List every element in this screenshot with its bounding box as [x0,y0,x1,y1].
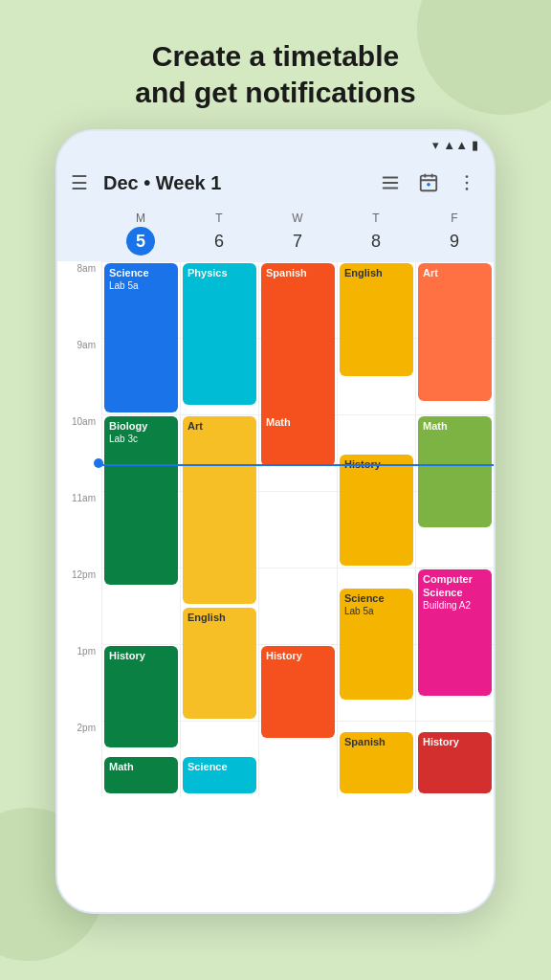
event-label: Science [109,267,173,280]
hline-mon-0 [102,261,180,262]
more-button[interactable] [453,169,480,196]
event-label: Math [423,420,487,434]
event-history-mon[interactable]: History [104,646,178,747]
svg-point-10 [466,188,469,190]
day-num-mon[interactable]: 5 [126,227,155,256]
hline-wed-5 [259,644,337,645]
event-label: Math [266,416,330,430]
hline-tue-6 [181,721,258,722]
event-science-thu[interactable]: Science Lab 5a [340,589,413,700]
day-letter-thu: T [372,212,379,225]
svg-rect-1 [383,182,399,184]
calendar-body: 8am 9am 10am 11am 12pm 1pm 2pm [57,261,494,912]
week-title: Dec • Week 1 [103,172,367,194]
event-biology-mon[interactable]: Biology Lab 3c [104,416,178,585]
event-label: English [187,612,252,625]
toolbar-icon [380,172,401,193]
event-label: Math [109,761,173,774]
hline-fri-6 [416,721,494,722]
time-labels: 8am 9am 10am 11am 12pm 1pm 2pm [57,261,101,797]
day-letter-fri: F [451,212,457,225]
headline-line2: and get notifications [135,77,415,108]
svg-point-7 [427,183,430,187]
event-art-tue[interactable]: Art [183,416,256,604]
event-label: Computer Science [423,573,487,600]
more-icon [456,172,477,193]
event-history-wed[interactable]: History [261,646,335,738]
hline-mon-5 [102,644,180,645]
current-time-line [96,464,494,466]
phone-mockup: ▾ ▲▲ ▮ ☰ Dec • Week 1 M 5 T 6 [55,129,496,914]
hline-fri-4 [416,568,494,568]
battery-icon: ▮ [472,138,478,152]
day-num-thu[interactable]: 8 [362,227,390,256]
signal-icon: ▲▲ [443,138,468,152]
hline-thu-4 [338,568,415,568]
col-tuesday: Physics Art English Science [180,261,258,797]
day-num-fri[interactable]: 9 [440,227,469,256]
hline-thu-0 [338,261,415,262]
hline-tue-0 [181,261,258,262]
svg-rect-0 [383,177,399,179]
event-cs-fri[interactable]: Computer Science Building A2 [418,569,492,696]
time-8am: 8am [57,261,101,338]
status-bar: ▾ ▲▲ ▮ [57,131,494,158]
event-label: Spanish [344,736,408,749]
hline-thu-2 [338,414,415,415]
headline-line1: Create a timetable [152,40,399,72]
col-friday: Art Math Computer Science Building A2 Hi… [415,261,494,797]
hline-thu-6 [338,721,415,722]
calendar-button[interactable] [415,169,442,196]
event-label: English [344,267,408,280]
time-12pm: 12pm [57,568,101,644]
event-sub: Building A2 [423,600,487,612]
day-header-tue: T 6 [180,212,258,256]
event-label: Physics [187,267,252,280]
event-art-fri[interactable]: Art [418,263,492,401]
event-sub: Lab 3c [109,434,173,446]
svg-point-8 [466,175,469,178]
event-spanish-thu[interactable]: Spanish [340,732,413,793]
day-num-wed[interactable]: 7 [283,227,312,256]
day-num-tue[interactable]: 6 [205,227,233,256]
event-english-tue[interactable]: English [183,608,256,719]
hline-fri-2 [416,414,494,415]
day-header-fri: F 9 [415,212,494,256]
event-math-mon[interactable]: Math [104,757,178,793]
event-history-fri[interactable]: History [418,732,492,793]
event-physics-tue[interactable]: Physics [183,263,256,405]
event-english-thu[interactable]: English [340,263,413,376]
day-header-mon: M 5 [101,212,180,256]
day-letter-wed: W [292,212,302,225]
wifi-icon: ▾ [432,138,439,152]
event-science-mon[interactable]: Science Lab 5a [104,263,178,412]
event-sub: Lab 5a [344,606,408,618]
hline-mon-2 [102,414,180,415]
event-math-wed[interactable]: Math [261,412,335,466]
event-label: Art [187,420,252,434]
toolbar-button[interactable] [377,169,404,196]
hline-fri-0 [416,261,494,262]
hline-tue-2 [181,414,258,415]
time-1pm: 1pm [57,644,101,721]
headline: Create a timetable and get notifications [0,0,551,129]
day-headers: M 5 T 6 W 7 T 8 F 9 [57,208,494,261]
event-label: Art [423,267,487,280]
day-letter-tue: T [215,212,222,225]
col-monday: Science Lab 5a Biology Lab 3c History Ma… [101,261,180,797]
col-thursday: English History Science Lab 5a Spanish [337,261,415,797]
time-11am: 11am [57,491,101,568]
hline-wed-3 [259,491,337,492]
menu-icon[interactable]: ☰ [71,171,88,194]
event-history-thu[interactable]: History [340,455,413,566]
day-header-thu: T 8 [337,212,415,256]
event-science-tue[interactable]: Science [183,757,256,793]
hline-wed-4 [259,568,337,568]
event-math-fri[interactable]: Math [418,416,492,527]
header-icons [377,169,480,196]
event-label: Spanish [266,267,330,280]
time-10am: 10am [57,414,101,491]
current-time-dot [94,458,103,468]
svg-point-9 [466,182,469,185]
event-sub: Lab 5a [109,280,173,293]
